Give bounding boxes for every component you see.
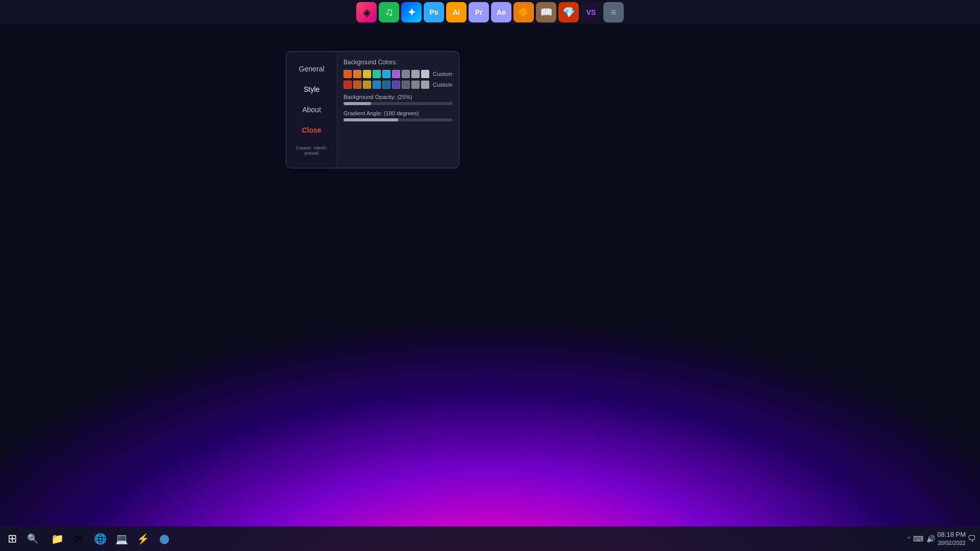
nav-general[interactable]: General	[286, 60, 337, 78]
top-icon-ae[interactable]: Ae	[491, 2, 511, 22]
swatch-2-1[interactable]	[344, 81, 352, 89]
taskbar-top: ◈ ♫ ✦ Ps Ai Pr Ae 🔶 📖 💎 VS ≡	[0, 0, 980, 24]
top-icon-vs[interactable]: VS	[581, 2, 601, 22]
tb-store[interactable]: 🛍	[68, 529, 89, 549]
desktop-background	[0, 0, 980, 551]
tb-powershell[interactable]: ⚡	[133, 529, 153, 549]
swatch-1-3[interactable]	[363, 70, 371, 78]
top-icon-book[interactable]: 📖	[536, 2, 556, 22]
creator-label: Creator: nitesh-prasad	[286, 141, 337, 160]
opacity-label: Background Opacity: (25%)	[344, 94, 453, 100]
nav-about[interactable]: About	[286, 101, 337, 119]
top-icon-blender[interactable]: 🔶	[513, 2, 534, 22]
top-icon-framer[interactable]: ✦	[401, 2, 422, 22]
top-app-icons: ◈ ♫ ✦ Ps Ai Pr Ae 🔶 📖 💎 VS ≡	[356, 2, 624, 22]
top-icon-spotify[interactable]: ♫	[379, 2, 399, 22]
color-row-2: Custom	[344, 81, 453, 89]
angle-section: Gradient Angle: (180 degrees)	[344, 110, 453, 121]
keyboard-icon[interactable]: ⌨	[913, 535, 923, 543]
swatch-1-4[interactable]	[373, 70, 381, 78]
top-icon-ps[interactable]: Ps	[424, 2, 444, 22]
tb-file-explorer[interactable]: 📁	[47, 529, 67, 549]
nav-style[interactable]: Style	[286, 80, 337, 98]
custom-label-1: Custom	[433, 71, 452, 77]
systray: ^ ⌨ 🔊	[908, 535, 935, 543]
dialog-sidebar: General Style About Close Creator: nites…	[286, 52, 337, 168]
angle-label: Gradient Angle: (180 degrees)	[344, 110, 453, 116]
systray-arrow[interactable]: ^	[908, 536, 910, 542]
swatch-2-2[interactable]	[353, 81, 361, 89]
tb-vs-code[interactable]: 💻	[111, 529, 132, 549]
swatch-1-6[interactable]	[392, 70, 400, 78]
taskbar-bottom: ⊞ 🔍 📁 🛍 🌐 💻 ⚡ ⬤ ^ ⌨ 🔊 08:18 PM 20/02/202…	[0, 527, 980, 551]
notification-icon[interactable]: 🗨	[968, 534, 976, 543]
swatch-2-4[interactable]	[373, 81, 381, 89]
top-icon-ai[interactable]: Ai	[446, 2, 467, 22]
settings-dialog: General Style About Close Creator: nites…	[286, 51, 459, 168]
top-icon-ruby[interactable]: 💎	[558, 2, 579, 22]
clock-time: 08:18 PM	[937, 530, 966, 539]
clock-date: 20/02/2022	[937, 539, 966, 547]
swatch-1-7[interactable]	[402, 70, 410, 78]
angle-slider-track[interactable]	[344, 118, 453, 121]
swatch-1-2[interactable]	[353, 70, 361, 78]
taskbar-left-section: ⊞ 🔍	[0, 529, 43, 549]
opacity-slider-fill	[344, 102, 371, 105]
bg-colors-label: Background Colors:	[344, 59, 453, 66]
opacity-section: Background Opacity: (25%)	[344, 94, 453, 105]
swatch-1-1[interactable]	[344, 70, 352, 78]
top-icon-linear[interactable]: ◈	[356, 2, 377, 22]
swatch-1-5[interactable]	[382, 70, 390, 78]
angle-slider-fill	[344, 118, 398, 121]
time-display[interactable]: 08:18 PM 20/02/2022	[937, 530, 966, 547]
tb-browser[interactable]: 🌐	[90, 529, 110, 549]
dialog-content: Background Colors: Custom Custom	[337, 52, 459, 168]
swatch-2-6[interactable]	[392, 81, 400, 89]
search-button[interactable]: 🔍	[22, 529, 43, 549]
top-icon-extra[interactable]: ≡	[603, 2, 624, 22]
swatch-2-8[interactable]	[411, 81, 420, 89]
swatch-2-9[interactable]	[421, 81, 429, 89]
taskbar-center-section: 📁 🛍 🌐 💻 ⚡ ⬤	[47, 529, 175, 549]
tb-app-circle[interactable]: ⬤	[154, 529, 175, 549]
swatch-2-3[interactable]	[363, 81, 371, 89]
opacity-slider-track[interactable]	[344, 102, 453, 105]
swatch-1-8[interactable]	[411, 70, 420, 78]
start-button[interactable]: ⊞	[2, 529, 22, 549]
swatch-2-5[interactable]	[382, 81, 390, 89]
top-icon-pr[interactable]: Pr	[469, 2, 489, 22]
swatch-1-9[interactable]	[421, 70, 429, 78]
color-row-1: Custom	[344, 70, 453, 78]
nav-close[interactable]: Close	[286, 121, 337, 139]
volume-icon[interactable]: 🔊	[926, 535, 935, 543]
taskbar-right-section: ^ ⌨ 🔊 08:18 PM 20/02/2022 🗨	[908, 530, 980, 547]
swatch-2-7[interactable]	[402, 81, 410, 89]
custom-label-2: Custom	[433, 82, 452, 88]
